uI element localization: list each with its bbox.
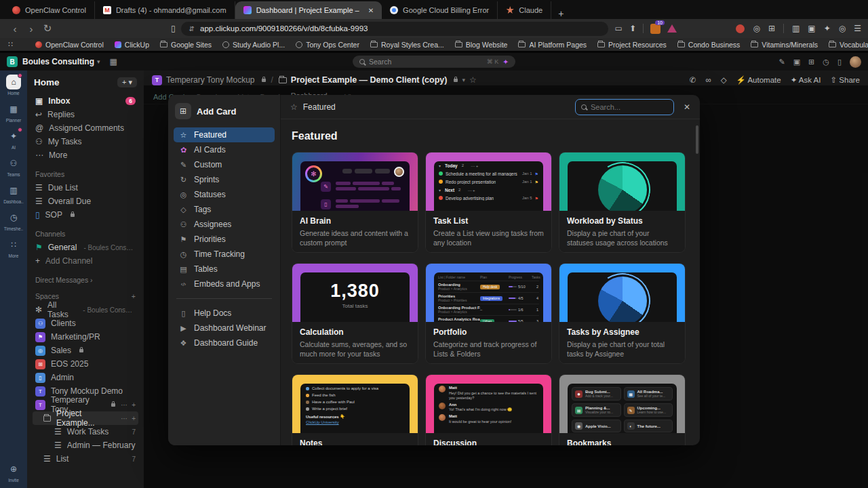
diamond-icon[interactable] [721, 75, 727, 85]
new-tab-button[interactable] [558, 8, 564, 19]
list-admin-february[interactable]: Admin — February 2... [33, 439, 138, 452]
wallet-icon[interactable] [808, 24, 815, 33]
sidebar-item-inbox[interactable]: Inbox6 [33, 94, 138, 108]
extension-icon[interactable] [753, 24, 760, 33]
card-calculation[interactable]: 1,380Total tasks CalculationCalculate su… [292, 263, 418, 364]
docs-icon[interactable] [837, 58, 842, 66]
add-space-icon[interactable] [132, 292, 136, 300]
apps-icon[interactable] [808, 58, 814, 66]
dm-section-label[interactable]: Direct Messages › [35, 276, 136, 284]
favorite-star-icon[interactable] [469, 75, 477, 85]
nav-dashboard-guide[interactable]: Dashboard Guide [174, 336, 275, 350]
space-sales[interactable]: Sales [33, 344, 138, 357]
space-marketing[interactable]: Marketing/PR [33, 330, 138, 344]
rail-item-home[interactable]: Home [6, 75, 21, 96]
modal-scrollbar[interactable] [696, 125, 698, 154]
dots-icon[interactable] [121, 401, 127, 409]
folder-project-example[interactable]: Project Example... [33, 411, 138, 425]
rail-item-invite[interactable]: Invite [6, 462, 21, 483]
nav-statuses[interactable]: Statuses [174, 187, 275, 202]
dots-icon[interactable] [121, 415, 127, 422]
nav-time-tracking[interactable]: Time Tracking [174, 247, 275, 262]
nav-embeds[interactable]: ‹/›Embeds and Apps [174, 277, 275, 291]
chevron-down-icon[interactable] [97, 58, 100, 65]
nav-ai-cards[interactable]: AI Cards [174, 142, 275, 157]
favorite-overall-due[interactable]: Overall Due [33, 195, 138, 208]
cast-icon[interactable] [615, 24, 623, 33]
share-page-icon[interactable] [629, 24, 636, 33]
tab-claude[interactable]: Claude [498, 1, 551, 19]
ask-ai-button[interactable]: Ask AI [791, 75, 821, 85]
bookmark-item[interactable]: Study Audio Pl... [222, 41, 285, 49]
calendar-icon[interactable] [110, 57, 117, 66]
nav-assignees[interactable]: Assignees [174, 217, 275, 232]
workspace-name[interactable]: Boules Consulting [22, 57, 94, 66]
nav-dashboard-webinar[interactable]: Dashboard Webinar [174, 321, 275, 336]
sidebar-item-assigned-comments[interactable]: Assigned Comments [33, 121, 138, 135]
close-modal-button[interactable] [684, 102, 690, 112]
apps-grid-icon[interactable] [8, 40, 14, 49]
card-portfolio[interactable]: List | Folder namePlanProgressTasks Onbo… [425, 263, 552, 364]
ai-sparkle-icon[interactable] [502, 58, 509, 66]
extension-red-icon[interactable] [736, 24, 745, 33]
extension-badge-icon[interactable] [650, 24, 660, 34]
sidebar-item-more[interactable]: More [33, 148, 138, 162]
breadcrumb-space[interactable]: Temperary Tony Mockup [166, 75, 255, 85]
list-work-tasks[interactable]: Work Tasks7 [33, 425, 138, 439]
rail-item-planner[interactable]: Planner [6, 102, 21, 123]
forward-button[interactable] [23, 23, 39, 35]
user-avatar[interactable] [850, 56, 861, 68]
card-task-list[interactable]: Today2⋯ + Schedule a meeting for all man… [425, 152, 552, 253]
bookmark-item[interactable]: OpenClaw Control [35, 41, 104, 49]
card-search-input[interactable] [591, 103, 668, 111]
nav-help-docs[interactable]: Help Docs [174, 306, 275, 321]
bookmark-item[interactable]: Vocabulary Learni... [829, 41, 868, 49]
space-all-tasks[interactable]: All Tasks- Boules Consulting [33, 303, 138, 317]
card-discussion[interactable]: MattHey! Did you get a chance to see the… [425, 374, 552, 445]
plus-icon[interactable] [132, 415, 136, 422]
rail-item-ai[interactable]: AI [6, 129, 21, 150]
tab-openclaw[interactable]: OpenClaw Control [4, 1, 95, 19]
bookmark-item[interactable]: ClickUp [115, 41, 149, 49]
nav-custom[interactable]: Custom [174, 157, 275, 172]
nav-tags[interactable]: Tags [174, 202, 275, 217]
address-bar[interactable]: ⇵ app.clickup.com/9009180266/v/db/8cfubk… [181, 22, 608, 36]
bookmark-item[interactable]: Google Sites [160, 41, 212, 49]
relationships-icon[interactable] [705, 76, 711, 84]
card-bookmarks[interactable]: ✹Bug Submi...Add & track your... ▦All Ro… [559, 374, 686, 445]
clip-icon[interactable] [793, 58, 800, 66]
bookmark-item[interactable]: Project Resources [597, 41, 667, 49]
bookmark-flag-icon[interactable] [171, 24, 176, 33]
extension-triangle-icon[interactable] [667, 24, 677, 33]
rail-item-more[interactable]: More [6, 237, 21, 258]
favorite-due-list[interactable]: Due List [33, 181, 138, 195]
bookmark-item[interactable]: Tony Ops Center [296, 41, 359, 49]
sidebar-add-button[interactable]: + ▾ [117, 77, 137, 87]
call-icon[interactable] [690, 75, 696, 85]
channel-general[interactable]: General- Boules Consulting [33, 241, 138, 254]
bookmark-item[interactable]: Vitamins/Minerals [751, 41, 818, 49]
workspace-badge[interactable]: B [7, 56, 18, 67]
edit-icon[interactable] [778, 58, 785, 66]
list-list[interactable]: List7 [33, 452, 138, 466]
spaces-section-label[interactable]: Spaces [35, 292, 136, 300]
bookmark-item[interactable]: Condo Business [677, 41, 740, 49]
side-panel-icon[interactable] [792, 24, 800, 33]
history-icon[interactable] [823, 58, 829, 66]
close-tab-icon[interactable] [368, 7, 374, 14]
extension-icon[interactable] [768, 24, 775, 33]
tab-gcloud[interactable]: Google Cloud Billing Error [382, 1, 498, 19]
sparkle-icon[interactable] [824, 24, 831, 33]
card-search[interactable] [575, 99, 674, 115]
global-search[interactable]: Search ⌘ K [353, 56, 515, 68]
automate-button[interactable]: Automate [736, 75, 781, 85]
card-notes[interactable]: Collect documents to apply for a visa Fe… [292, 374, 418, 445]
sidebar-item-my-tasks[interactable]: My Tasks [33, 135, 138, 148]
shield-icon[interactable] [839, 24, 846, 33]
card-tasks-by-assignee[interactable]: Tasks by AssigneeDisplay a pie chart of … [559, 263, 686, 364]
favorite-sop[interactable]: SOP [33, 208, 138, 222]
breadcrumb-page[interactable]: Project Example — Demo Client (copy) [291, 75, 448, 85]
rail-item-timesheets[interactable]: Timeshe.. [4, 210, 23, 231]
space-admin[interactable]: Admin [33, 371, 138, 384]
chevron-down-icon[interactable] [462, 77, 465, 83]
